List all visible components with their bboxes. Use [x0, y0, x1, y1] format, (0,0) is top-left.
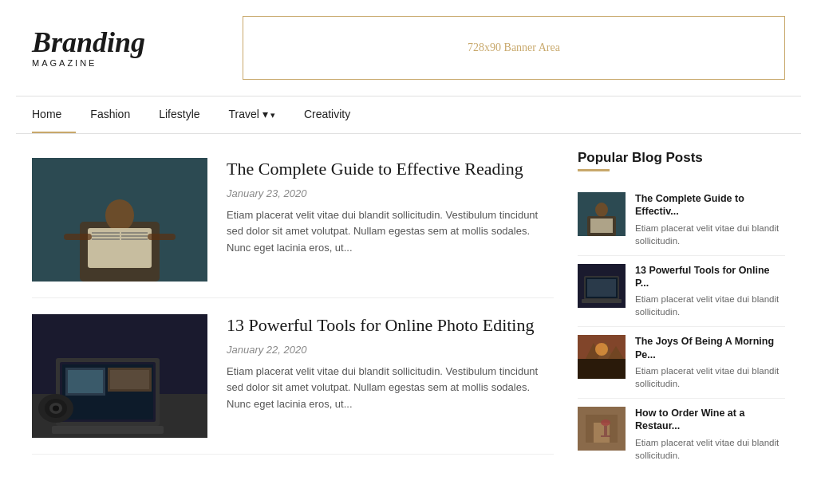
sidebar-post-body: 13 Powerful Tools for Online P... Etiam …	[635, 264, 785, 319]
svg-rect-30	[590, 219, 613, 233]
svg-rect-34	[587, 279, 616, 297]
sidebar-post-title[interactable]: The Joys Of Being A Morning Pe...	[635, 335, 785, 361]
svg-rect-48	[601, 435, 610, 437]
sidebar-post: 13 Powerful Tools for Online P... Etiam …	[578, 256, 785, 328]
svg-point-28	[595, 203, 608, 217]
logo-sub: MAGAZINE	[32, 58, 97, 68]
svg-point-2	[105, 199, 134, 231]
article-excerpt: Etiam placerat velit vitae dui blandit s…	[227, 364, 554, 413]
article-body: The Complete Guide to Effective Reading …	[227, 158, 554, 282]
sidebar-thumbnail	[578, 335, 626, 379]
svg-rect-9	[121, 235, 148, 237]
sidebar-post-title[interactable]: The Complete Guide to Effectiv...	[635, 192, 785, 219]
sidebar-post-body: The Joys Of Being A Morning Pe... Etiam …	[635, 335, 785, 390]
article-title[interactable]: The Complete Guide to Effective Reading	[227, 158, 554, 181]
article-excerpt: Etiam placerat velit vitae dui blandit s…	[227, 207, 554, 257]
svg-rect-47	[604, 426, 607, 435]
sidebar-post: How to Order Wine at a Restaur... Etiam …	[578, 399, 785, 470]
article-date: January 22, 2020	[227, 344, 554, 356]
sidebar-post-excerpt: Etiam placerat velit vitae dui blandit s…	[635, 222, 785, 247]
svg-rect-37	[578, 359, 626, 379]
header: Branding MAGAZINE 728x90 Banner Area	[16, 0, 801, 96]
sidebar-title-underline	[578, 169, 610, 171]
logo-brand: Branding	[32, 28, 145, 57]
sidebar-post: The Joys Of Being A Morning Pe... Etiam …	[578, 327, 785, 399]
svg-rect-4	[89, 230, 150, 266]
sidebar-post-title[interactable]: How to Order Wine at a Restaur...	[635, 407, 785, 433]
articles-list: The Complete Guide to Effective Reading …	[32, 150, 554, 470]
svg-rect-11	[64, 234, 92, 240]
article-date: January 23, 2020	[227, 187, 554, 199]
nav-item-lifestyle[interactable]: Lifestyle	[144, 96, 214, 133]
article-thumbnail	[32, 314, 207, 438]
svg-rect-10	[121, 238, 148, 240]
svg-rect-5	[92, 232, 120, 234]
article-thumbnail	[32, 158, 207, 282]
article-title[interactable]: 13 Powerful Tools for Online Photo Editi…	[227, 314, 554, 337]
nav-item-creativity[interactable]: Creativity	[290, 96, 365, 133]
article-card: 13 Powerful Tools for Online Photo Editi…	[32, 298, 554, 455]
main-nav: Home Fashion Lifestyle Travel ▾ Creativi…	[16, 96, 801, 134]
svg-rect-6	[92, 235, 120, 237]
nav-item-travel[interactable]: Travel ▾	[215, 96, 290, 133]
sidebar-post-body: The Complete Guide to Effectiv... Etiam …	[635, 192, 785, 247]
sidebar-post-title[interactable]: 13 Powerful Tools for Online P...	[635, 264, 785, 290]
sidebar-post-excerpt: Etiam placerat velit vitae dui blandit s…	[635, 293, 785, 318]
sidebar-thumbnail	[578, 264, 626, 308]
svg-rect-19	[68, 370, 103, 393]
sidebar-thumbnail	[578, 407, 626, 451]
svg-point-26	[53, 406, 59, 411]
sidebar-post: The Complete Guide to Effectiv... Etiam …	[578, 184, 785, 256]
svg-rect-12	[148, 234, 176, 240]
sidebar-post-body: How to Order Wine at a Restaur... Etiam …	[635, 407, 785, 462]
sidebar-post-excerpt: Etiam placerat velit vitae dui blandit s…	[635, 436, 785, 462]
banner-area: 728x90 Banner Area	[243, 16, 785, 80]
nav-item-fashion[interactable]: Fashion	[76, 96, 144, 133]
svg-rect-35	[582, 299, 622, 303]
svg-rect-22	[52, 426, 164, 434]
svg-point-46	[601, 419, 610, 426]
article-card: The Complete Guide to Effective Reading …	[32, 150, 554, 298]
sidebar: Popular Blog Posts The Complete Guide to…	[578, 150, 785, 470]
svg-rect-21	[110, 370, 149, 389]
nav-item-home[interactable]: Home	[32, 96, 76, 133]
svg-rect-7	[92, 238, 120, 240]
sidebar-post-excerpt: Etiam placerat velit vitae dui blandit s…	[635, 364, 785, 390]
svg-rect-8	[121, 232, 148, 234]
svg-point-42	[595, 343, 608, 356]
sidebar-thumbnail	[578, 192, 626, 236]
logo[interactable]: Branding MAGAZINE	[32, 28, 145, 68]
article-body: 13 Powerful Tools for Online Photo Editi…	[227, 314, 554, 438]
sidebar-title: Popular Blog Posts	[578, 150, 785, 166]
main-content: The Complete Guide to Effective Reading …	[16, 134, 801, 486]
